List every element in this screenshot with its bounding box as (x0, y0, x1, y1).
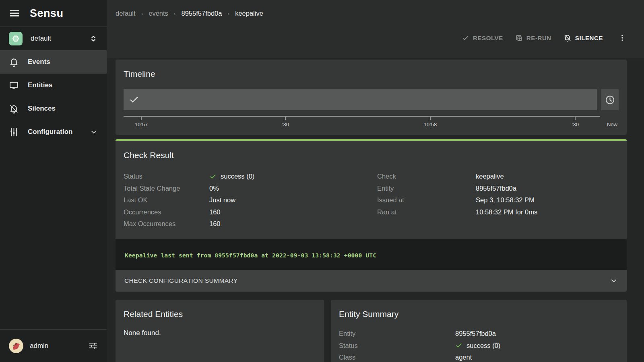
entity-row: Entity 8955f57fbd0a (339, 328, 617, 340)
check-icon (129, 95, 139, 105)
sidebar-item-events[interactable]: Events (0, 50, 107, 74)
breadcrumb-events[interactable]: events (149, 10, 168, 17)
breadcrumb-namespace[interactable]: default (116, 10, 136, 17)
class-row: Class agent (339, 352, 617, 362)
app-logo: Sensu (30, 7, 64, 20)
entity-row: Entity 8955f57fbd0a (377, 183, 615, 195)
sidebar-item-label: Silences (28, 105, 98, 113)
clock-icon (605, 95, 615, 105)
check-output-block: Keepalive last sent from 8955f57fbd0a at… (116, 239, 627, 272)
monitor-icon (9, 80, 19, 90)
ran-at-row: Ran at 10:58:32 PM for 0ms (377, 206, 615, 218)
chevron-down-icon (610, 277, 618, 285)
check-icon (462, 34, 469, 42)
namespace-label: default (31, 35, 81, 43)
app-header: default › events › 8955f57fbd0a › keepal… (107, 0, 644, 58)
timeline-ok-segment (124, 89, 597, 110)
silence-button[interactable]: SILENCE (564, 34, 603, 42)
timeline-card: Timeline 10:57 :30 10:58 :30 Now (116, 60, 627, 135)
check-row: Check keepalive (377, 171, 615, 183)
sidebar-header: Sensu (0, 0, 107, 27)
axis-tick (575, 117, 576, 120)
status-value: success (0) (455, 342, 500, 350)
max-occurrences-row: Max Occurrences 160 (124, 218, 361, 230)
sidebar-footer: admin (0, 329, 107, 362)
sidebar: Sensu default Events Entities Silences C (0, 0, 107, 362)
timeline-title: Timeline (124, 69, 155, 79)
breadcrumb-entity[interactable]: 8955f57fbd0a (182, 10, 222, 17)
axis-tick (285, 117, 286, 120)
check-configuration-summary-expander[interactable]: CHECK CONFIGURATION SUMMARY (116, 270, 627, 292)
namespace-icon (9, 32, 23, 45)
sidebar-item-label: Events (28, 58, 98, 66)
entity-link[interactable]: 8955f57fbd0a (455, 330, 496, 337)
occurrences-row: Occurrences 160 (124, 206, 361, 218)
bell-off-icon (9, 104, 19, 114)
more-options-kebab-icon[interactable] (618, 34, 626, 42)
axis-tick-label: :30 (282, 121, 289, 128)
entity-summary-rows: Entity 8955f57fbd0a Status success (0) C… (339, 328, 617, 362)
sliders-icon (9, 127, 19, 137)
issued-at-row: Issued at Sep 3, 10:58:32 PM (377, 194, 615, 206)
sidebar-item-configuration[interactable]: Configuration (0, 120, 107, 144)
axis-tick-label: :30 (572, 121, 579, 128)
related-entities-empty-text: None found. (124, 329, 161, 337)
last-ok-row: Last OK Just now (124, 194, 361, 206)
sidebar-item-label: Entities (28, 81, 98, 89)
breadcrumb-separator: › (174, 10, 176, 17)
check-result-card: Check Result Status success (0) Total St… (116, 139, 627, 292)
timeline-track (124, 89, 619, 110)
success-check-icon (209, 173, 217, 180)
status-row: Status success (0) (124, 171, 361, 183)
axis-now-label: Now (607, 121, 617, 128)
check-result-right-column: Check keepalive Entity 8955f57fbd0a Issu… (377, 171, 615, 218)
check-result-left-column: Status success (0) Total State Change 0%… (124, 171, 361, 230)
entity-summary-title: Entity Summary (339, 309, 398, 319)
related-entities-title: Related Entities (124, 309, 183, 319)
axis-tick-label: 10:58 (424, 121, 437, 128)
rerun-button[interactable]: RE-RUN (515, 34, 551, 42)
check-result-title: Check Result (124, 150, 174, 160)
entity-summary-card: Entity Summary Entity 8955f57fbd0a Statu… (331, 300, 627, 362)
breadcrumb-separator: › (227, 10, 229, 17)
resolve-button[interactable]: RESOLVE (462, 34, 503, 42)
user-name: admin (30, 342, 82, 350)
related-entities-card: Related Entities None found. (116, 300, 324, 362)
breadcrumb-check[interactable]: keepalive (235, 10, 263, 17)
breadcrumb: default › events › 8955f57fbd0a › keepal… (116, 10, 263, 17)
bell-icon (9, 57, 19, 67)
chevron-down-icon (90, 128, 98, 136)
namespace-selector[interactable]: default (0, 27, 107, 50)
menu-icon[interactable] (9, 8, 20, 19)
sidebar-item-label: Configuration (28, 128, 81, 136)
unfold-more-icon[interactable] (89, 34, 98, 43)
entity-link[interactable]: 8955f57fbd0a (476, 185, 516, 192)
avatar (9, 339, 23, 353)
timeline-clock-button[interactable] (601, 89, 619, 110)
axis-tick (430, 117, 431, 120)
success-check-icon (455, 342, 462, 349)
bell-off-icon (564, 34, 572, 42)
user-menu[interactable]: admin (0, 330, 107, 362)
check-link[interactable]: keepalive (476, 173, 504, 180)
axis-tick (141, 117, 142, 120)
status-value: success (0) (209, 173, 254, 180)
timeline-axis: 10:57 :30 10:58 :30 (124, 116, 600, 117)
breadcrumb-separator: › (141, 10, 143, 17)
status-row: Status success (0) (339, 340, 617, 352)
preferences-tune-icon[interactable] (88, 341, 98, 351)
sidebar-item-entities[interactable]: Entities (0, 74, 107, 97)
sidebar-item-silences[interactable]: Silences (0, 97, 107, 120)
total-state-change-row: Total State Change 0% (124, 183, 361, 195)
event-actions-toolbar: RESOLVE RE-RUN SILENCE (462, 34, 626, 42)
queue-plus-icon (515, 34, 523, 42)
timeline-axis-line (124, 116, 600, 117)
check-output-text: Keepalive last sent from 8955f57fbd0a at… (125, 252, 376, 259)
axis-tick-label: 10:57 (135, 121, 148, 128)
